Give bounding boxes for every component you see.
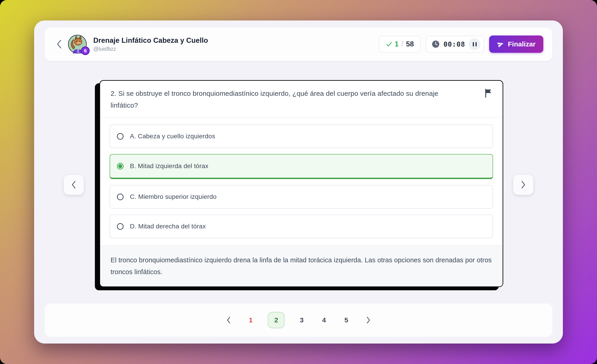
pagination-bar: 1 2 3 4 5 [45,303,552,337]
previous-question-button[interactable] [64,175,84,195]
send-icon [497,40,504,48]
level-badge: 6 [81,47,90,55]
chevron-right-icon [520,180,526,189]
radio-unselected-icon [117,133,124,140]
option-a[interactable]: A. Cabeza y cuello izquierdos [110,124,493,148]
check-icon [386,41,393,47]
header-actions: 1 / 58 00:08 [379,35,543,53]
question-header: 2. Si se obstruye el tronco bronquiomedi… [100,81,503,118]
option-c[interactable]: C. Miembro superior izquierdo [110,185,493,209]
title-block: Drenaje Linfático Cabeza y Cuello @luisf… [93,36,208,52]
pagination-next-button[interactable] [363,315,373,325]
option-b-label: B. Mitad izquierda del tórax [130,162,208,170]
gradient-background: 6 Drenaje Linfático Cabeza y Cuello @lui… [0,0,597,364]
pagination-prev-button[interactable] [224,315,234,325]
option-b-selected[interactable]: B. Mitad izquierda del tórax [110,154,493,179]
clock-icon [432,40,440,48]
flag-icon [484,88,493,98]
flag-question-button[interactable] [483,88,494,98]
score-total-count: 58 [406,40,414,48]
chevron-left-icon [56,39,62,49]
score-indicator: 1 / 58 [379,36,421,53]
pause-icon [473,42,474,47]
timer-value: 00:08 [443,40,465,48]
explanation-text: El tronco bronquiomediastínico izquierdo… [110,254,492,278]
finish-button-label: Finalizar [508,40,535,48]
question-text: 2. Si se obstruye el tronco bronquiomedi… [110,87,461,111]
page-5-button[interactable]: 5 [341,312,352,328]
option-d[interactable]: D. Mitad derecha del tórax [110,214,493,238]
finish-button[interactable]: Finalizar [489,35,543,53]
chevron-left-icon [71,180,77,189]
score-separator: / [401,40,404,48]
quiz-title: Drenaje Linfático Cabeza y Cuello [93,36,208,45]
screen: 6 Drenaje Linfático Cabeza y Cuello @lui… [0,0,597,364]
quiz-app-panel: 6 Drenaje Linfático Cabeza y Cuello @lui… [34,20,563,344]
page-2-button-active[interactable]: 2 [268,312,285,328]
explanation-section: El tronco bronquiomediastínico izquierdo… [100,245,503,286]
page-3-button[interactable]: 3 [297,312,307,328]
back-button[interactable] [54,37,65,51]
timer: 00:08 [426,36,484,53]
avatar[interactable]: 6 [68,35,87,54]
pause-button[interactable] [469,38,480,50]
header-bar: 6 Drenaje Linfático Cabeza y Cuello @lui… [45,27,552,61]
option-d-label: D. Mitad derecha del tórax [130,223,206,230]
radio-unselected-icon [117,194,124,200]
radio-unselected-icon [117,223,124,230]
chevron-left-icon [226,316,231,324]
question-card: 2. Si se obstruye el tronco bronquiomedi… [99,80,503,287]
score-correct-count: 1 [395,40,399,48]
quiz-author-username: @luisfbzz [93,46,208,52]
options-list: A. Cabeza y cuello izquierdos B. Mitad i… [100,118,503,238]
page-1-button[interactable]: 1 [245,312,256,328]
option-c-label: C. Miembro superior izquierdo [130,193,217,200]
chevron-right-icon [366,316,371,324]
option-a-label: A. Cabeza y cuello izquierdos [130,133,215,140]
radio-selected-icon [117,163,124,169]
page-4-button[interactable]: 4 [319,312,329,328]
next-question-button[interactable] [513,175,533,195]
